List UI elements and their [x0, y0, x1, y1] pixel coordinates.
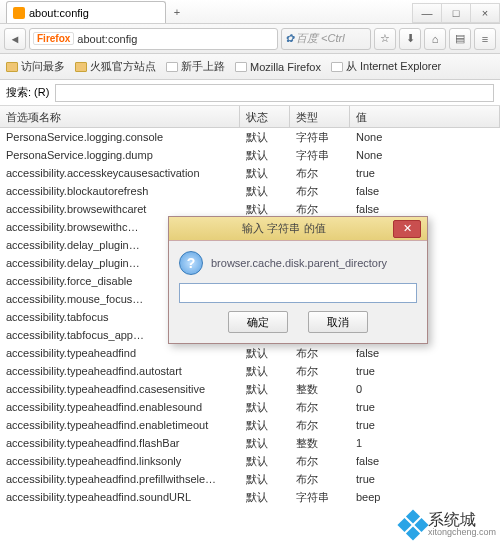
dialog-message: browser.cache.disk.parent_directory	[211, 257, 387, 269]
prompt-dialog: 输入 字符串 的值 ✕ ? browser.cache.disk.parent_…	[168, 216, 428, 344]
ok-button[interactable]: 确定	[228, 311, 288, 333]
dialog-titlebar[interactable]: 输入 字符串 的值 ✕	[169, 217, 427, 241]
watermark-en: xitongcheng.com	[428, 528, 496, 537]
modal-mask: 输入 字符串 的值 ✕ ? browser.cache.disk.parent_…	[0, 0, 500, 541]
watermark-cn: 系统城	[428, 512, 496, 528]
watermark: 系统城 xitongcheng.com	[402, 512, 496, 537]
dialog-input[interactable]	[179, 283, 417, 303]
dialog-title: 输入 字符串 的值	[175, 221, 393, 236]
watermark-logo	[397, 509, 428, 540]
dialog-close-button[interactable]: ✕	[393, 220, 421, 238]
cancel-button[interactable]: 取消	[308, 311, 368, 333]
question-icon: ?	[179, 251, 203, 275]
